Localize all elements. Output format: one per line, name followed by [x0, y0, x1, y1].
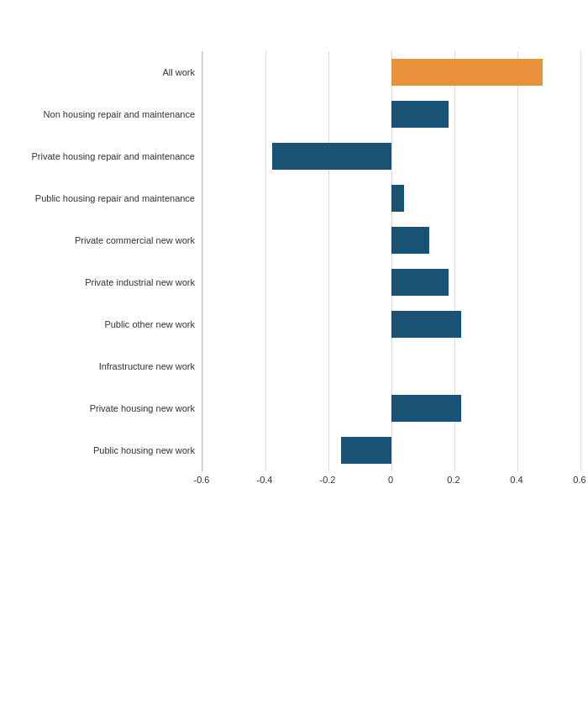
y-label: Public other new work [8, 303, 195, 345]
y-label: Infrastructure new work [8, 345, 195, 387]
bar-row [202, 219, 580, 261]
bar-wrapper [391, 395, 461, 422]
bar [391, 101, 449, 128]
chart-subtitle [8, 22, 580, 34]
y-label: Private commercial new work [8, 219, 195, 261]
bar-row [202, 177, 580, 219]
y-label: Private housing new work [8, 387, 195, 429]
x-axis: -0.6-0.4-0.200.20.40.6 [202, 475, 580, 491]
y-label: All work [8, 51, 195, 93]
bar [391, 395, 461, 422]
y-label: Private industrial new work [8, 261, 195, 303]
bar-wrapper [391, 185, 404, 212]
bar [391, 269, 449, 296]
bar [391, 311, 461, 338]
x-tick: 0.2 [441, 475, 466, 485]
bar-row [202, 93, 580, 135]
x-axis-row: -0.6-0.4-0.200.20.40.6 [202, 471, 580, 491]
x-tick: -0.4 [252, 475, 277, 485]
bars-container [202, 51, 580, 471]
bar-wrapper [391, 227, 429, 254]
bar-row [202, 261, 580, 303]
bar-wrapper [391, 311, 461, 338]
bar-wrapper [272, 143, 392, 170]
bar [341, 437, 391, 464]
bar [391, 185, 404, 212]
x-tick: 0.6 [567, 475, 588, 485]
bar-row [202, 303, 580, 345]
bar [272, 143, 392, 170]
bar-wrapper [391, 101, 449, 128]
y-label: Public housing new work [8, 429, 195, 471]
y-label: Private housing repair and maintenance [8, 135, 195, 177]
bar-wrapper [391, 59, 543, 86]
x-tick: -0.2 [315, 475, 340, 485]
grid-line [580, 51, 581, 471]
y-label: Non housing repair and maintenance [8, 93, 195, 135]
y-label: Public housing repair and maintenance [8, 177, 195, 219]
bar [391, 227, 429, 254]
x-tick: -0.6 [189, 475, 214, 485]
bar-row [202, 135, 580, 177]
chart-inner: All workNon housing repair and maintenan… [8, 51, 580, 471]
y-labels: All workNon housing repair and maintenan… [8, 51, 202, 471]
chart-area: All workNon housing repair and maintenan… [8, 51, 580, 493]
bar-row [202, 51, 580, 93]
bar-row [202, 387, 580, 429]
bar [391, 59, 543, 86]
bar-wrapper [391, 269, 449, 296]
bar-row [202, 429, 580, 471]
bar-row [202, 345, 580, 387]
bar-wrapper [341, 437, 391, 464]
x-tick: 0 [378, 475, 403, 485]
x-tick: 0.4 [504, 475, 529, 485]
